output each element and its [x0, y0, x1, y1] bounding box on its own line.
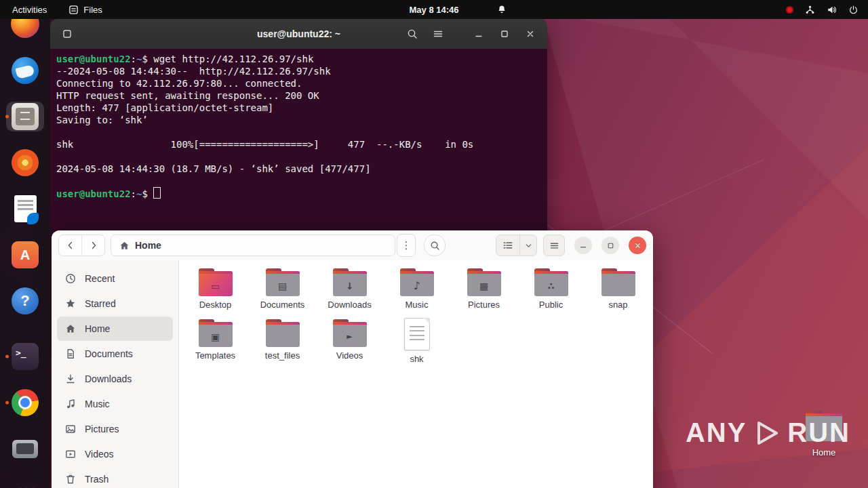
dock-item-app-grid[interactable] [6, 480, 44, 488]
prompt-dollar: $ [142, 54, 153, 64]
folder-icon [601, 268, 635, 296]
sidebar-item-home[interactable]: Home [57, 317, 173, 341]
terminal-prompt-line: user@ubuntu22:~$ wget http://42.112.26.9… [56, 53, 547, 65]
dock-item-files[interactable] [6, 102, 44, 131]
desktop-home-icon[interactable]: Home [804, 411, 844, 458]
folder-icon [333, 268, 367, 296]
prompt-colon: : [131, 188, 136, 199]
forward-button[interactable] [81, 235, 104, 256]
back-button[interactable] [59, 235, 81, 256]
terminal-headerbar[interactable]: user@ubuntu22: ~ [50, 19, 547, 49]
navigation-buttons [58, 235, 105, 256]
file-item-label: Music [406, 300, 429, 310]
sidebar-item-music[interactable]: Music [57, 392, 173, 416]
folder-icon [467, 268, 501, 296]
rhythmbox-icon [12, 149, 39, 176]
files-grid: Desktop Documents Downloads Music Pictur… [179, 260, 653, 488]
location-options-button[interactable] [397, 234, 416, 257]
sidebar-item-starred[interactable]: Starred [57, 291, 173, 316]
dock-item-terminal[interactable] [6, 342, 44, 371]
desktop-home-label: Home [812, 447, 836, 458]
trash-icon [65, 474, 76, 485]
view-options-dropdown[interactable] [519, 235, 536, 256]
file-item-templates[interactable]: Templates [183, 319, 248, 370]
system-tray[interactable] [776, 0, 868, 19]
volume-icon [827, 5, 837, 15]
dock-item-help[interactable] [6, 286, 44, 316]
sidebar-item-label: Home [85, 323, 110, 334]
file-item-music[interactable]: Music [384, 268, 449, 319]
files-headerbar[interactable]: Home [52, 230, 653, 261]
terminal-maximize-button[interactable] [494, 24, 515, 44]
new-tab-button[interactable] [57, 24, 77, 44]
chevron-left-icon [65, 240, 76, 251]
files-sidebar: Recent Starred Home Documents Downloads … [52, 260, 179, 488]
files-close-button[interactable] [629, 237, 646, 254]
terminal-close-button[interactable] [520, 24, 540, 44]
terminal-line: --2024-05-08 14:44:30-- http://42.112.26… [56, 65, 547, 77]
terminal-minimize-button[interactable] [469, 24, 489, 44]
sidebar-item-recent[interactable]: Recent [57, 266, 173, 291]
files-app-icon [12, 103, 39, 130]
sidebar-item-trash[interactable]: Trash [57, 467, 173, 488]
dock-item-libreoffice-writer[interactable] [6, 194, 44, 224]
file-item-label: test_files [265, 350, 300, 361]
files-menu-button[interactable] [543, 235, 565, 256]
files-minimize-button[interactable] [574, 237, 592, 254]
terminal-title: user@ubuntu22: ~ [257, 28, 340, 39]
file-item-public[interactable]: Public [519, 268, 583, 319]
prompt-user: user@ubuntu22 [56, 188, 131, 199]
terminal-command: wget http://42.112.26.97/shk [153, 54, 313, 64]
network-icon [805, 5, 815, 15]
home-icon [119, 241, 130, 251]
text-file-icon [404, 318, 430, 350]
dock-item-guest-tools[interactable] [6, 434, 44, 464]
thunderbird-icon [12, 57, 39, 84]
notification-bell[interactable] [497, 5, 507, 14]
hamburger-menu-icon [433, 28, 443, 39]
clock-menu[interactable]: May 8 14:46 [410, 5, 459, 15]
search-icon [430, 241, 440, 251]
dock-item-ubuntu-software[interactable] [6, 240, 44, 270]
dock-item-firefox[interactable] [6, 22, 44, 39]
file-item-desktop[interactable]: Desktop [183, 268, 248, 319]
files-search-button[interactable] [424, 235, 446, 256]
file-item-snap[interactable]: snap [586, 268, 650, 319]
sidebar-item-label: Documents [85, 348, 133, 359]
file-item-test-files[interactable]: test_files [250, 319, 315, 370]
files-maximize-button[interactable] [601, 237, 619, 254]
terminal-search-button[interactable] [402, 24, 422, 44]
view-toggle-group [496, 235, 537, 256]
sidebar-item-downloads[interactable]: Downloads [57, 367, 173, 391]
dock-item-chrome[interactable] [6, 388, 44, 418]
running-indicator [5, 401, 9, 405]
list-view-button[interactable] [496, 235, 519, 256]
folder-icon [534, 268, 568, 296]
dock-item-thunderbird[interactable] [6, 56, 44, 85]
terminal-line [56, 126, 547, 138]
sidebar-item-pictures[interactable]: Pictures [57, 417, 173, 441]
path-bar[interactable]: Home [111, 235, 395, 256]
file-item-documents[interactable]: Documents [250, 268, 315, 319]
activities-label: Activities [12, 5, 47, 15]
file-item-shk[interactable]: shk [384, 319, 449, 370]
terminal-line: HTTP request sent, awaiting response... … [56, 89, 547, 102]
file-item-pictures[interactable]: Pictures [452, 268, 516, 319]
focused-app-label: Files [83, 5, 102, 15]
file-item-label: Videos [336, 350, 363, 361]
activities-button[interactable]: Activities [0, 0, 59, 19]
bell-icon [497, 5, 507, 14]
music-icon [65, 399, 76, 409]
file-item-videos[interactable]: Videos [317, 319, 382, 370]
prompt-colon: : [131, 54, 136, 64]
downloads-emblem-icon [333, 275, 367, 296]
dock-item-rhythmbox[interactable] [6, 148, 44, 178]
terminal-menu-button[interactable] [428, 24, 448, 44]
file-item-downloads[interactable]: Downloads [317, 268, 382, 319]
terminal-cursor [153, 187, 161, 199]
sidebar-item-videos[interactable]: Videos [57, 442, 173, 466]
focused-app-menu[interactable]: Files [59, 0, 111, 19]
sidebar-item-documents[interactable]: Documents [57, 342, 173, 366]
file-item-label: snap [608, 300, 627, 310]
clock-label: May 8 14:46 [410, 5, 459, 15]
